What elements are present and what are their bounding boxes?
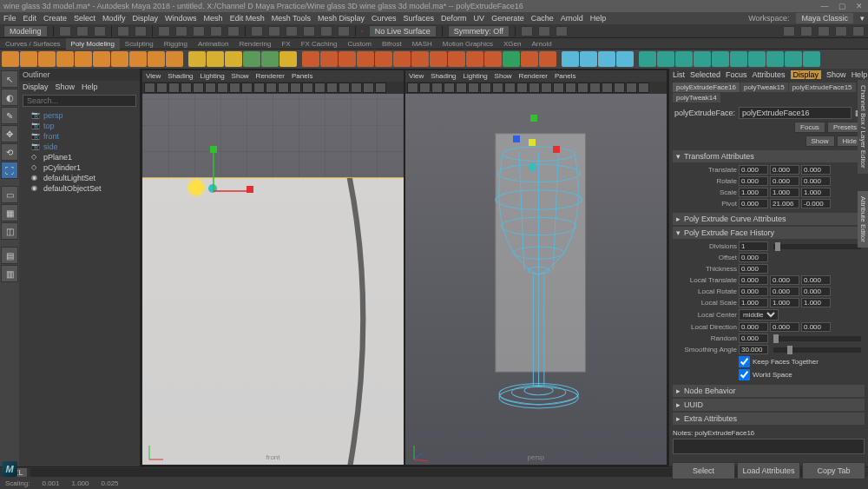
vp-menu-item[interactable]: Renderer [519,72,548,80]
shelf-icon[interactable] [320,51,338,67]
rotate-tool[interactable]: ⟲ [1,143,18,161]
shelf-icon[interactable] [675,51,693,67]
sel-mode-icon[interactable] [210,26,222,36]
render-icon[interactable] [783,26,795,36]
vp-toolbar-icon[interactable] [339,83,350,93]
vp-menu-item[interactable]: Panels [292,72,312,80]
vp-toolbar-icon[interactable] [278,83,289,93]
snap-icon[interactable] [320,26,332,36]
menu-edit[interactable]: Edit [23,14,37,23]
vp-toolbar-icon[interactable] [626,83,637,93]
snap-icon[interactable] [268,26,280,36]
translate-y[interactable] [770,165,799,175]
translate-x[interactable] [739,165,768,175]
move-tool[interactable]: ✥ [1,125,18,142]
close-button[interactable]: ✕ [854,2,865,10]
menu-mesh[interactable]: Mesh [204,14,223,23]
snap-icon[interactable] [251,26,263,36]
select-tool[interactable]: ↖ [1,70,18,88]
rotate-x[interactable] [739,176,768,186]
shelf-icon[interactable] [803,51,820,67]
show-button[interactable]: Show [806,135,835,147]
layout-two[interactable]: ◫ [1,222,18,240]
focus-button[interactable]: Focus [794,122,825,133]
menu-edit-mesh[interactable]: Edit Mesh [230,14,265,23]
scale-z[interactable] [801,188,831,197]
shelf-icon[interactable] [484,51,502,67]
vp-toolbar-icon[interactable] [444,83,455,93]
menu-display[interactable]: Display [133,14,159,23]
load-attributes-button[interactable]: Load Attributes [737,462,800,479]
shelf-icon[interactable] [166,51,183,67]
rotate-z[interactable] [801,176,831,186]
vp-toolbar-icon[interactable] [614,83,625,93]
menu-uv[interactable]: UV [474,14,485,23]
shelf-icon[interactable] [411,51,429,67]
scale-y[interactable] [770,188,799,197]
vp-menu-item[interactable]: Show [495,72,512,80]
shelf-icon[interactable] [225,51,242,67]
translate-z[interactable] [801,165,831,175]
offset-field[interactable] [739,253,768,262]
undo-icon[interactable] [117,26,129,36]
outliner-node[interactable]: ◉defaultObjectSet [23,183,136,194]
vp-toolbar-icon[interactable] [144,83,155,93]
vp-toolbar-icon[interactable] [266,83,277,93]
section-header[interactable]: ▾ Poly Extrude Face History [673,227,865,239]
outliner-menu-item[interactable]: Display [23,83,49,91]
snap-icon[interactable] [303,26,315,36]
vp-toolbar-icon[interactable] [456,83,467,93]
outliner-node[interactable]: 📷front [23,131,136,142]
shelf-icon[interactable] [694,51,711,67]
shelf-icon[interactable] [148,51,165,67]
vp-toolbar-icon[interactable] [351,83,362,93]
vp-toolbar-icon[interactable] [565,83,576,93]
outliner-menu-item[interactable]: Help [82,83,98,91]
outliner-node[interactable]: ◇pPlane1 [23,152,136,162]
vp-toolbar-icon[interactable] [205,83,216,93]
render-icon[interactable] [818,26,830,36]
outliner-search[interactable] [23,95,136,107]
vp-menu-item[interactable]: View [146,72,161,80]
scale-tool[interactable]: ⛶ [1,162,18,179]
vp-toolbar-icon[interactable] [541,83,552,93]
help-icon[interactable] [835,26,847,36]
outliner-menu-item[interactable]: Show [56,83,76,91]
outliner-node[interactable]: ◉defaultLightSet [23,173,136,183]
nolive-dropdown[interactable]: No Live Surface [369,25,437,37]
shelf-icon[interactable] [466,51,483,67]
vp-toolbar-icon[interactable] [375,83,386,93]
outliner-node[interactable]: 📷persp [23,110,136,121]
shelf-icon[interactable] [712,51,729,67]
shelf-icon[interactable] [785,51,802,67]
shelf-icon[interactable] [339,51,356,67]
pivot-y[interactable] [770,199,799,208]
vp-toolbar-icon[interactable] [193,83,204,93]
section-header[interactable]: ▸ Node Behavior [673,385,865,397]
menu-modify[interactable]: Modify [102,14,126,23]
copy-tab-button[interactable]: Copy Tab [802,462,865,479]
shelf-icon[interactable] [56,51,74,67]
shelf-icon[interactable] [766,51,784,67]
save-scene-icon[interactable] [94,26,106,36]
vp-menu-item[interactable]: Show [232,72,249,80]
layout-four[interactable]: ▦ [1,204,18,221]
vp-toolbar-icon[interactable] [181,83,192,93]
menu-curves[interactable]: Curves [372,14,397,23]
play-icon[interactable] [538,26,550,36]
vp-toolbar-icon[interactable] [253,83,265,93]
menu-help[interactable]: Help [590,14,607,23]
vp-toolbar-icon[interactable] [407,83,418,93]
vp-toolbar-icon[interactable] [229,83,240,93]
open-scene-icon[interactable] [76,26,89,36]
shelf-icon[interactable] [279,51,297,67]
attr-tab[interactable]: polyTweak15 [740,83,788,92]
random-slider[interactable] [773,336,861,341]
side-tab-attribute[interactable]: Attribute Editor [858,191,868,248]
shelf-icon[interactable] [375,51,392,67]
shelf-icon[interactable] [730,51,747,67]
vp-menu-item[interactable]: Shading [168,72,193,80]
shelf-icon[interactable] [111,51,128,67]
shelf-icon[interactable] [616,51,634,67]
sel-mode-icon[interactable] [193,26,205,36]
